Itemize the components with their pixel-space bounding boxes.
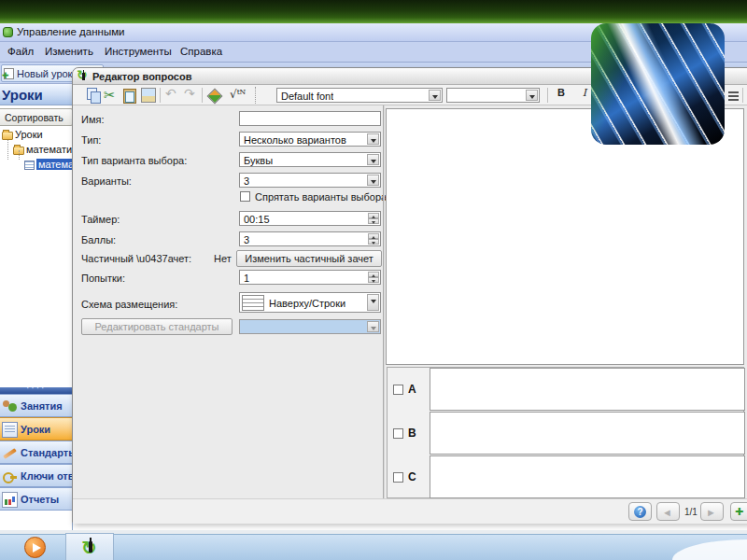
lesson-doc-icon	[24, 161, 35, 170]
menu-edit[interactable]: Изменить	[45, 46, 93, 57]
arrow-left-icon: ◄	[662, 507, 672, 518]
redo-icon[interactable]	[184, 88, 199, 103]
layout-label: Схема размещения:	[81, 299, 177, 310]
toolbar-separator	[202, 88, 203, 103]
report-chart-icon	[2, 492, 18, 508]
panel-title: Уроки	[2, 87, 43, 103]
tree-root[interactable]: Уроки	[2, 129, 75, 143]
dialog-bottom-bar: ? ◄ 1/1 ►	[73, 498, 747, 524]
screen: Управление данными Файл Изменить Инструм…	[0, 0, 747, 560]
page-indicator: 1/1	[684, 507, 698, 517]
answer-row-a: A	[388, 368, 745, 412]
folder-icon	[2, 132, 13, 140]
answer-row-b: B	[388, 412, 745, 455]
help-button[interactable]: ?	[628, 502, 652, 521]
align-icon[interactable]	[726, 88, 741, 103]
chevron-down-icon	[367, 321, 379, 332]
choice-type-combo[interactable]: Буквы	[239, 152, 381, 167]
formula-icon[interactable]: √ᵗᴺ	[230, 88, 245, 103]
chevron-down-icon	[367, 294, 379, 311]
name-input[interactable]	[239, 111, 381, 126]
spin-down-icon[interactable]	[368, 239, 379, 245]
spin-down-icon[interactable]	[368, 218, 379, 224]
sort-button[interactable]: Сортировать	[0, 108, 73, 126]
font-family-combo[interactable]: Default font	[276, 88, 443, 103]
next-question-button[interactable]: ►	[700, 502, 724, 521]
answer-c-text-area[interactable]	[430, 455, 745, 498]
answer-b-text-area[interactable]	[430, 412, 745, 455]
cut-icon[interactable]	[104, 88, 119, 103]
type-label: Тип:	[81, 134, 101, 146]
sidebar-item-standards[interactable]: Стандарты	[0, 441, 73, 464]
layout-combo[interactable]: Наверху/Строки	[239, 292, 381, 313]
answer-b-letter: B	[408, 427, 416, 440]
sidebar-item-reports[interactable]: Отчеты	[0, 487, 73, 511]
points-spinner[interactable]: 3	[239, 231, 381, 246]
app-icon	[3, 27, 13, 37]
sidebar-item-lessons[interactable]: Уроки	[0, 417, 73, 441]
attempts-spinner[interactable]: 1	[239, 270, 381, 285]
arrow-right-icon: ►	[706, 507, 716, 518]
top-green-band	[0, 0, 747, 23]
variants-label: Варианты:	[81, 175, 132, 187]
chevron-down-icon	[367, 154, 379, 165]
answer-c-letter: C	[408, 470, 416, 483]
answer-b-checkbox[interactable]	[393, 428, 403, 439]
help-icon: ?	[634, 506, 646, 518]
tree-connector	[19, 150, 20, 160]
menu-file[interactable]: Файл	[7, 46, 34, 57]
new-lesson-icon	[4, 68, 14, 79]
insert-image-icon[interactable]	[141, 88, 156, 103]
undo-icon[interactable]	[165, 88, 180, 103]
answer-options: A B C	[387, 367, 744, 498]
lessons-panel: Уроки Сортировать Уроки математика матем…	[0, 84, 73, 530]
points-label: Баллы:	[81, 234, 116, 245]
toolbar-dotted-separator	[255, 87, 256, 104]
chevron-down-icon	[429, 90, 441, 101]
chevron-down-icon	[526, 90, 538, 101]
chevron-down-icon	[367, 133, 379, 145]
menu-tools[interactable]: Инструменты	[105, 46, 172, 57]
window-title: Управление данными	[17, 26, 125, 37]
bold-button[interactable]: B	[552, 87, 571, 103]
question-editor-icon	[78, 70, 91, 83]
panel-divider	[383, 105, 385, 498]
prev-question-button[interactable]: ◄	[656, 502, 680, 521]
sidebar-item-classes[interactable]: Занятия	[0, 394, 73, 417]
spin-down-icon[interactable]	[368, 277, 379, 283]
edit-standards-button[interactable]: Редактировать стандарты	[81, 318, 233, 335]
play-icon[interactable]	[24, 537, 46, 558]
taskbar-question-editor-button[interactable]	[65, 533, 114, 560]
toolbar-separator	[547, 88, 548, 103]
panel-header: Уроки	[0, 84, 73, 105]
question-text-area[interactable]	[386, 108, 744, 365]
panel-splitter[interactable]	[0, 387, 73, 394]
sidebar-item-answer-keys[interactable]: Ключи ответов	[0, 464, 73, 487]
question-editor-task-icon	[83, 539, 98, 555]
taskbar	[0, 534, 747, 560]
layout-preview-icon	[242, 295, 264, 311]
toolbar-separator	[742, 88, 743, 103]
paste-icon[interactable]	[122, 88, 137, 103]
toolbar-separator	[160, 88, 161, 103]
dialog-title: Редактор вопросов	[92, 71, 191, 82]
answer-row-c: C	[388, 455, 745, 499]
type-combo[interactable]: Несколько вариантов	[239, 132, 381, 147]
font-size-combo[interactable]	[446, 88, 540, 103]
hide-choices-checkbox[interactable]	[240, 191, 250, 202]
spellcheck-icon[interactable]	[206, 88, 221, 103]
variants-combo[interactable]: 3	[239, 173, 381, 188]
menu-help[interactable]: Справка	[180, 46, 222, 57]
answer-c-checkbox[interactable]	[393, 472, 403, 483]
chevron-down-icon	[367, 175, 379, 186]
timer-spinner[interactable]: 00:15	[239, 211, 381, 226]
timer-label: Таймер:	[81, 214, 120, 225]
copy-icon[interactable]	[86, 88, 101, 103]
hide-choices-label: Спрятать варианты выбора	[255, 191, 387, 203]
partial-credit-label: Частичный \u0437ачет:	[81, 253, 191, 264]
answer-a-text-area[interactable]	[430, 368, 745, 411]
add-question-button[interactable]	[730, 502, 747, 521]
answer-a-checkbox[interactable]	[393, 385, 403, 395]
edit-partial-credit-button[interactable]: Изменить частичный зачет	[236, 250, 382, 267]
standards-combo-disabled	[239, 319, 381, 334]
